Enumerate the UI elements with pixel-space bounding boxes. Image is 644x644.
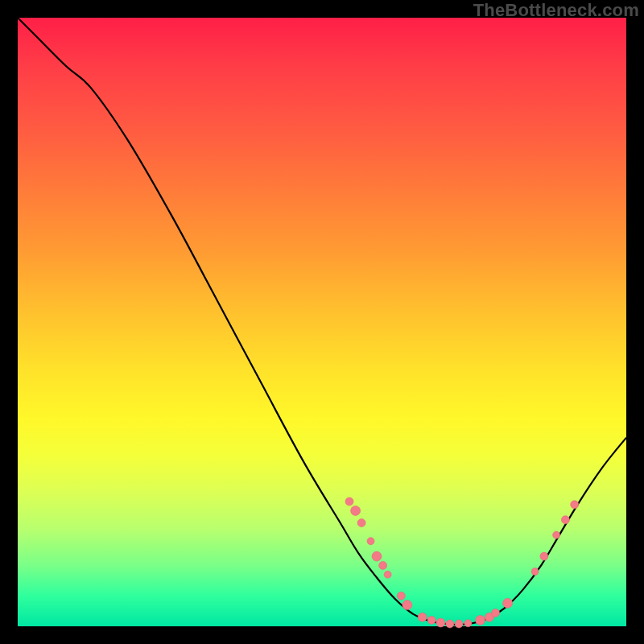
data-marker bbox=[384, 571, 391, 578]
bottleneck-curve bbox=[18, 18, 626, 625]
data-marker bbox=[540, 552, 548, 560]
data-marker bbox=[455, 620, 463, 628]
data-marker bbox=[427, 616, 436, 624]
data-marker bbox=[561, 516, 569, 524]
data-marker bbox=[345, 497, 353, 506]
data-marker bbox=[357, 519, 365, 527]
data-marker bbox=[402, 601, 412, 610]
data-marker bbox=[351, 506, 361, 515]
data-marker bbox=[446, 620, 454, 628]
data-marker bbox=[372, 551, 382, 561]
chart-svg bbox=[18, 18, 626, 626]
data-marker bbox=[503, 598, 513, 608]
data-marker bbox=[436, 618, 445, 627]
data-marker bbox=[379, 561, 387, 569]
data-marker bbox=[531, 568, 539, 576]
data-marker bbox=[418, 613, 427, 621]
watermark-text: TheBottleneck.com bbox=[473, 0, 639, 21]
data-marker bbox=[492, 609, 500, 617]
chart-frame: TheBottleneck.com bbox=[0, 0, 644, 644]
data-marker bbox=[553, 531, 560, 539]
data-marker bbox=[464, 620, 472, 627]
data-marker bbox=[397, 592, 405, 600]
data-marker bbox=[571, 501, 579, 509]
data-marker bbox=[367, 538, 374, 545]
data-marker bbox=[476, 615, 485, 625]
